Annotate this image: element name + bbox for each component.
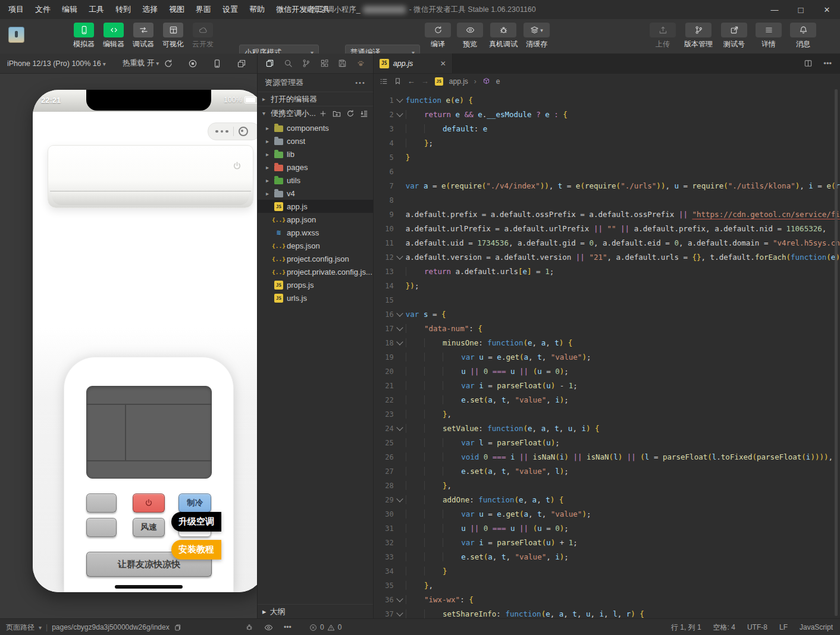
bug-action[interactable]: 真机调试 — [489, 23, 518, 49]
menu-item[interactable]: 视图 — [169, 4, 184, 15]
problems-group[interactable]: 0 0 — [309, 619, 341, 635]
menu-item[interactable]: 编辑 — [62, 4, 77, 15]
tree-file-project-private-config-js---[interactable]: {..}project.private.config.js... — [258, 265, 373, 278]
user-avatar[interactable] — [8, 27, 24, 43]
statusbar-item[interactable]: 行 1, 列 1 — [671, 623, 701, 633]
collapse-all-icon[interactable] — [360, 109, 368, 118]
git-icon[interactable] — [302, 59, 311, 68]
refresh-icon[interactable] — [164, 59, 173, 68]
fold-chevron-icon[interactable] — [396, 424, 403, 430]
back-icon[interactable]: ← — [408, 77, 415, 86]
statusbar-item[interactable]: JavaScript — [800, 623, 833, 631]
refresh-action[interactable]: 编译 — [425, 23, 451, 49]
outline-section[interactable]: ▸ 大纲 — [258, 604, 373, 618]
tab-app-js[interactable]: JS app.js ✕ — [374, 54, 453, 73]
toggle-debug[interactable]: 调试器 — [132, 23, 155, 49]
tree-folder-components[interactable]: ▸components — [258, 121, 373, 134]
blocks-icon[interactable] — [320, 59, 329, 68]
device-icon[interactable] — [212, 59, 222, 68]
open-editors-section[interactable]: ▸ 打开的编辑器 — [258, 92, 373, 106]
bell-action[interactable]: 消息 — [790, 23, 816, 49]
tree-file-project-config-json[interactable]: {..}project.config.json — [258, 252, 373, 265]
fold-chevron-icon[interactable] — [396, 338, 403, 345]
more-icon[interactable]: ••• — [355, 79, 366, 86]
files-icon[interactable] — [265, 59, 274, 68]
remote-power-button[interactable] — [133, 493, 165, 513]
code-editor[interactable]: 1function e(e) {2 return e && e.__esModu… — [374, 89, 840, 618]
fold-column[interactable] — [394, 322, 406, 336]
fold-column[interactable] — [394, 493, 406, 507]
new-folder-icon[interactable] — [333, 109, 341, 118]
more-icon[interactable]: ••• — [284, 623, 292, 631]
new-file-icon[interactable] — [319, 109, 327, 118]
stop-icon[interactable] — [188, 59, 198, 68]
fold-column[interactable] — [394, 307, 406, 322]
fold-column[interactable] — [394, 607, 406, 618]
eye-action[interactable]: 预览 — [457, 23, 483, 49]
forward-icon[interactable]: → — [421, 77, 429, 86]
more-icon[interactable] — [215, 130, 228, 133]
fold-chevron-icon[interactable] — [396, 324, 403, 331]
outline-list-icon[interactable] — [380, 77, 388, 86]
project-section[interactable]: ▾ 便携空调小... — [258, 106, 373, 120]
hot-reload-toggle[interactable]: 热重载 开▾ — [123, 58, 159, 68]
list-action[interactable]: 详情 — [756, 23, 782, 49]
toggle-code[interactable]: 编辑器 — [102, 23, 125, 49]
menu-item[interactable]: 选择 — [142, 4, 158, 15]
toggle-cloud[interactable]: 云开发 — [192, 23, 214, 49]
tree-folder-pages[interactable]: ▸pages — [258, 161, 373, 174]
windows-icon[interactable] — [237, 59, 246, 68]
fold-chevron-icon[interactable] — [396, 495, 403, 502]
fold-column[interactable] — [394, 250, 406, 265]
remote-button-blank[interactable] — [86, 493, 117, 513]
paw-icon[interactable] — [356, 59, 365, 68]
menu-item[interactable]: 界面 — [196, 4, 211, 15]
breadcrumb-symbol[interactable]: e — [496, 77, 500, 86]
refresh-icon[interactable] — [346, 109, 355, 118]
more-icon[interactable]: ••• — [823, 59, 832, 68]
tree-file-urls-js[interactable]: JSurls.js — [258, 291, 373, 304]
close-miniprogram-icon[interactable] — [239, 127, 248, 136]
tree-folder-utils[interactable]: ▸utils — [258, 174, 373, 187]
tree-file-deps-json[interactable]: {..}deps.json — [258, 239, 373, 252]
bookmark-icon[interactable] — [394, 77, 402, 85]
fold-column[interactable] — [394, 108, 406, 122]
search-icon[interactable] — [284, 59, 293, 68]
menu-item[interactable]: 帮助 — [249, 4, 265, 15]
toggle-layout[interactable]: 可视化 — [162, 23, 184, 49]
tree-file-app-wxss[interactable]: ≋app.wxss — [258, 226, 373, 239]
fold-column[interactable] — [394, 93, 406, 108]
branch-action[interactable]: 版本管理 — [684, 23, 713, 49]
tree-file-app-json[interactable]: {..}app.json — [258, 213, 373, 226]
split-editor-icon[interactable] — [804, 59, 813, 68]
remote-button-blue[interactable]: 制冷 — [178, 493, 211, 513]
menu-item[interactable]: 文件 — [35, 4, 51, 15]
fold-column[interactable] — [394, 422, 406, 436]
tree-file-app-js[interactable]: JSapp.js — [258, 200, 373, 213]
fold-chevron-icon[interactable] — [396, 609, 403, 616]
fold-chevron-icon[interactable] — [396, 96, 403, 102]
statusbar-item[interactable]: UTF-8 — [747, 623, 767, 631]
tree-folder-const[interactable]: ▸const — [258, 134, 373, 147]
copy-icon[interactable] — [174, 624, 181, 631]
remote-button-blank[interactable] — [86, 518, 117, 537]
close-tab-icon[interactable]: ✕ — [440, 59, 446, 68]
maximize-button[interactable]: □ — [788, 5, 814, 15]
page-path-label[interactable]: 页面路径 — [6, 623, 35, 633]
fold-column[interactable] — [394, 593, 406, 607]
debug-icon[interactable] — [245, 623, 253, 631]
statusbar-item[interactable]: 空格: 4 — [713, 623, 735, 633]
tree-folder-lib[interactable]: ▸lib — [258, 147, 373, 161]
eye-icon[interactable] — [264, 623, 273, 632]
fold-chevron-icon[interactable] — [396, 110, 403, 117]
tree-folder-v4[interactable]: ▸v4 — [258, 187, 373, 200]
save-icon[interactable] — [338, 59, 347, 68]
minimize-button[interactable]: — — [761, 5, 788, 14]
menu-item[interactable]: 项目 — [8, 4, 24, 15]
menu-item[interactable]: 工具 — [89, 4, 104, 15]
fold-chevron-icon[interactable] — [396, 595, 403, 602]
upgrade-ac-tag[interactable]: 升级空调 — [171, 512, 221, 532]
device-selector[interactable]: iPhone 12/13 (Pro) 100% 16▾ — [7, 59, 106, 68]
fold-chevron-icon[interactable] — [396, 253, 403, 259]
breadcrumb-file[interactable]: app.js — [449, 77, 468, 86]
